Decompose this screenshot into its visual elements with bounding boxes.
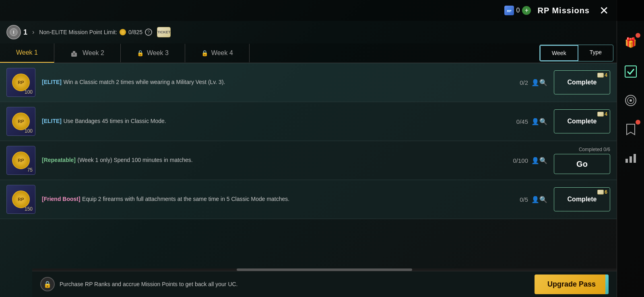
bottom-info: 🔒 Purchase RP Ranks and accrue Mission P… bbox=[40, 277, 238, 291]
tab-week1[interactable]: Week 1 bbox=[0, 43, 54, 63]
mission-row-4: RP 150 [Friend Boost] Equip 2 firearms w… bbox=[0, 180, 617, 219]
tabs-container: Week 1 Week 2 🔒 Week 3 🔒 Week 4 Week Typ… bbox=[0, 43, 617, 63]
currency-value: 0 bbox=[516, 7, 520, 14]
progress-value-4: 0/5 bbox=[520, 196, 528, 203]
bottom-bar: 🔒 Purchase RP Ranks and accrue Mission P… bbox=[32, 271, 617, 297]
mission-tag-4: [Friend Boost] bbox=[42, 196, 80, 202]
rp-coin-icon: RP bbox=[12, 74, 30, 91]
friend-icon-3: 👤🔍 bbox=[531, 157, 547, 164]
sidebar-stats-icon[interactable] bbox=[620, 148, 641, 169]
complete-label-4: Complete bbox=[568, 196, 597, 203]
sidebar-missions-icon[interactable] bbox=[620, 61, 641, 82]
level-number: 1 bbox=[23, 28, 27, 37]
svg-rect-13 bbox=[634, 154, 636, 163]
missions-list: RP 100 [ELITE] Win a Classic match 2 tim… bbox=[0, 63, 617, 287]
completed-label: Completed 0/6 bbox=[579, 147, 610, 152]
sidebar-bookmark-icon[interactable] bbox=[620, 119, 641, 140]
mission-progress-2: 0/45 👤🔍 bbox=[499, 118, 547, 125]
mission-points-3: 75 bbox=[27, 167, 33, 173]
view-type-button[interactable]: Type bbox=[578, 45, 613, 61]
complete-button-1[interactable]: 4 Complete bbox=[554, 70, 610, 94]
friend-icon-2: 👤🔍 bbox=[531, 118, 547, 125]
level-circle: I bbox=[6, 25, 21, 39]
lock-icon-week3: 🔒 bbox=[137, 50, 144, 56]
svg-text:I: I bbox=[13, 30, 14, 35]
bookmark-badge bbox=[636, 120, 640, 125]
mission-content-1: [ELITE] Win a Classic match 2 times whil… bbox=[42, 78, 493, 86]
tab-week2[interactable]: Week 2 bbox=[54, 44, 121, 62]
svg-rect-7 bbox=[625, 66, 636, 77]
upgrade-pass-button[interactable]: Upgrade Pass bbox=[535, 274, 609, 294]
svg-rect-6 bbox=[73, 53, 75, 55]
level-badge: I 1 bbox=[6, 25, 27, 39]
mission-points-1: 100 bbox=[25, 89, 33, 95]
progress-value-1: 0/2 bbox=[520, 79, 528, 86]
ticket-icon[interactable]: TICKET bbox=[157, 27, 171, 37]
mission-row-2: RP 100 [ELITE] Use Bandages 45 times in … bbox=[0, 102, 617, 141]
sidebar-gift-icon[interactable]: 🎁 bbox=[620, 32, 641, 53]
bottom-info-text: Purchase RP Ranks and accrue Mission Poi… bbox=[60, 281, 238, 287]
mission-icon-3: RP 75 bbox=[6, 146, 35, 175]
mission-desc-1: Win a Classic match 2 times while wearin… bbox=[63, 79, 225, 85]
sidebar-rank-icon[interactable] bbox=[620, 90, 641, 111]
main-panel: I 1 › Non-ELITE Mission Point Limit: 0/8… bbox=[0, 21, 617, 297]
rp-coin-icon-2: RP bbox=[12, 113, 30, 130]
mission-limit-value: 0/825 bbox=[128, 29, 142, 35]
mission-desc-3: (Week 1 only) Spend 100 minutes in match… bbox=[77, 157, 192, 163]
svg-point-10 bbox=[630, 99, 632, 102]
panel-title: RP Missions bbox=[537, 6, 590, 15]
header-bar: I 1 › Non-ELITE Mission Point Limit: 0/8… bbox=[0, 21, 617, 43]
mission-tag-1: [ELITE] bbox=[42, 79, 62, 85]
close-button[interactable]: ✕ bbox=[596, 2, 612, 19]
mission-points-4: 150 bbox=[25, 206, 33, 212]
tab-week4[interactable]: 🔒 Week 4 bbox=[185, 44, 250, 62]
mission-progress-1: 0/2 👤🔍 bbox=[499, 79, 547, 86]
mission-points-2: 100 bbox=[25, 128, 33, 134]
complete-label-1: Complete bbox=[568, 79, 597, 86]
complete-button-2[interactable]: 4 Complete bbox=[554, 109, 610, 133]
view-toggle: Week Type bbox=[539, 45, 613, 61]
ticket-mini-icon-4 bbox=[597, 190, 604, 195]
mission-icon-1: RP 100 bbox=[6, 68, 35, 97]
currency-display: RP 0 + bbox=[504, 6, 531, 15]
go-button[interactable]: Go bbox=[554, 154, 610, 174]
add-currency-button[interactable]: + bbox=[522, 6, 531, 15]
lock-icon-week4: 🔒 bbox=[201, 50, 208, 56]
gift-badge bbox=[636, 33, 640, 38]
rp-coin-icon-4: RP bbox=[12, 190, 30, 208]
go-btn-container: Completed 0/6 Go bbox=[554, 147, 610, 174]
progress-value-3: 0/100 bbox=[513, 157, 528, 164]
mission-row-3: RP 75 [Repeatable] (Week 1 only) Spend 1… bbox=[0, 141, 617, 180]
coin-icon bbox=[120, 29, 126, 35]
friend-icon-1: 👤🔍 bbox=[531, 79, 547, 86]
right-sidebar: 🎁 bbox=[617, 0, 644, 297]
rp-coin-icon-3: RP bbox=[12, 152, 30, 169]
mission-icon-4: RP 150 bbox=[6, 185, 35, 214]
top-bar: RP 0 + RP Missions ✕ bbox=[0, 0, 644, 21]
ticket-mini-icon-2 bbox=[597, 112, 604, 117]
mission-limit-label: Non-ELITE Mission Point Limit: 0/825 ? bbox=[39, 29, 152, 36]
complete-button-4[interactable]: 6 Complete bbox=[554, 187, 610, 211]
mission-row-1: RP 100 [ELITE] Win a Classic match 2 tim… bbox=[0, 63, 617, 102]
svg-text:RP: RP bbox=[507, 9, 512, 13]
mission-content-2: [ELITE] Use Bandages 45 times in Classic… bbox=[42, 117, 493, 125]
mission-content-3: [Repeatable] (Week 1 only) Spend 100 min… bbox=[42, 156, 493, 164]
mission-tag-3: [Repeatable] bbox=[42, 157, 76, 163]
ticket-num-1: 4 bbox=[597, 72, 607, 78]
bottom-lock-icon: 🔒 bbox=[40, 277, 55, 291]
progress-value-2: 0/45 bbox=[516, 118, 528, 125]
svg-rect-11 bbox=[625, 159, 628, 163]
currency-icon: RP bbox=[504, 6, 514, 15]
complete-label-2: Complete bbox=[568, 118, 597, 125]
mission-progress-4: 0/5 👤🔍 bbox=[499, 196, 547, 203]
ticket-mini-icon bbox=[597, 73, 604, 78]
svg-rect-12 bbox=[630, 156, 632, 163]
view-week-button[interactable]: Week bbox=[540, 45, 578, 61]
mission-tag-2: [ELITE] bbox=[42, 118, 62, 124]
mission-desc-2: Use Bandages 45 times in Classic Mode. bbox=[63, 118, 166, 124]
ticket-num-4: 6 bbox=[597, 189, 607, 195]
tab-week3[interactable]: 🔒 Week 3 bbox=[121, 44, 185, 62]
ticket-num-2: 4 bbox=[597, 111, 607, 117]
help-icon[interactable]: ? bbox=[145, 29, 152, 36]
mission-content-4: [Friend Boost] Equip 2 firearms with ful… bbox=[42, 195, 493, 203]
